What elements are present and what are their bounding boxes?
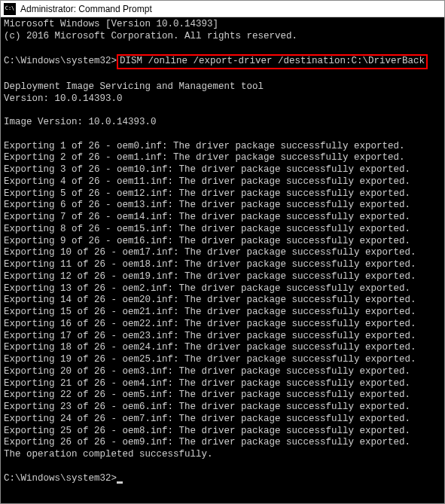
export-line: Exporting 25 of 26 - oem8.inf: The drive… xyxy=(4,426,441,438)
prompt-path-2: C:\Windows\system32> xyxy=(4,473,117,484)
blank-line xyxy=(4,461,441,473)
window-title: Administrator: Command Prompt xyxy=(20,4,152,14)
export-line: Exporting 3 of 26 - oem10.inf: The drive… xyxy=(4,164,441,176)
export-line: Exporting 4 of 26 - oem11.inf: The drive… xyxy=(4,176,441,188)
export-line: Exporting 7 of 26 - oem14.inf: The drive… xyxy=(4,212,441,224)
tool-line-2: Version: 10.0.14393.0 xyxy=(4,93,441,105)
completion-line: The operation completed successfully. xyxy=(4,449,441,461)
export-line: Exporting 22 of 26 - oem5.inf: The drive… xyxy=(4,389,441,402)
export-line: Exporting 24 of 26 - oem7.inf: The drive… xyxy=(4,414,441,426)
export-line: Exporting 23 of 26 - oem6.inf: The drive… xyxy=(4,402,441,414)
prompt-path: C:\Windows\system32> xyxy=(4,56,117,66)
blank-line xyxy=(4,43,441,55)
terminal-output[interactable]: Microsoft Windows [Version 10.0.14393](c… xyxy=(1,17,444,503)
blank-line xyxy=(4,105,441,117)
prompt-line-2: C:\Windows\system32> xyxy=(4,473,441,485)
export-line: Exporting 2 of 26 - oem1.inf: The driver… xyxy=(4,152,441,164)
export-line: Exporting 18 of 26 - oem24.inf: The driv… xyxy=(4,342,441,354)
export-line: Exporting 1 of 26 - oem0.inf: The driver… xyxy=(4,141,441,153)
export-line: Exporting 10 of 26 - oem17.inf: The driv… xyxy=(4,247,441,259)
export-line: Exporting 15 of 26 - oem21.inf: The driv… xyxy=(4,307,441,319)
command-prompt-window: Administrator: Command Prompt Microsoft … xyxy=(0,0,445,504)
export-line: Exporting 20 of 26 - oem3.inf: The drive… xyxy=(4,366,441,378)
cmd-icon xyxy=(4,3,16,15)
export-line: Exporting 9 of 26 - oem16.inf: The drive… xyxy=(4,236,441,248)
header-line-1: Microsoft Windows [Version 10.0.14393] xyxy=(4,19,441,31)
image-version: Image Version: 10.0.14393.0 xyxy=(4,117,441,129)
export-line: Exporting 19 of 26 - oem25.inf: The driv… xyxy=(4,354,441,366)
titlebar[interactable]: Administrator: Command Prompt xyxy=(1,1,444,17)
cursor xyxy=(117,481,123,484)
tool-line-1: Deployment Image Servicing and Managemen… xyxy=(4,81,441,93)
prompt-line-1: C:\Windows\system32>DISM /online /export… xyxy=(4,54,441,69)
export-line: Exporting 5 of 26 - oem12.inf: The drive… xyxy=(4,188,441,200)
export-line: Exporting 17 of 26 - oem23.inf: The driv… xyxy=(4,331,441,343)
highlighted-command: DISM /online /export-driver /destination… xyxy=(117,54,428,69)
export-line: Exporting 11 of 26 - oem18.inf: The driv… xyxy=(4,259,441,271)
export-line: Exporting 14 of 26 - oem20.inf: The driv… xyxy=(4,295,441,307)
export-line: Exporting 12 of 26 - oem19.inf: The driv… xyxy=(4,271,441,283)
export-line: Exporting 21 of 26 - oem4.inf: The drive… xyxy=(4,378,441,390)
blank-line xyxy=(4,69,441,81)
export-line: Exporting 26 of 26 - oem9.inf: The drive… xyxy=(4,437,441,449)
export-line: Exporting 16 of 26 - oem22.inf: The driv… xyxy=(4,319,441,331)
blank-line xyxy=(4,129,441,141)
export-line: Exporting 6 of 26 - oem13.inf: The drive… xyxy=(4,200,441,212)
export-line: Exporting 8 of 26 - oem15.inf: The drive… xyxy=(4,224,441,236)
header-line-2: (c) 2016 Microsoft Corporation. All righ… xyxy=(4,31,441,43)
export-lines: Exporting 1 of 26 - oem0.inf: The driver… xyxy=(4,141,441,450)
export-line: Exporting 13 of 26 - oem2.inf: The drive… xyxy=(4,283,441,295)
